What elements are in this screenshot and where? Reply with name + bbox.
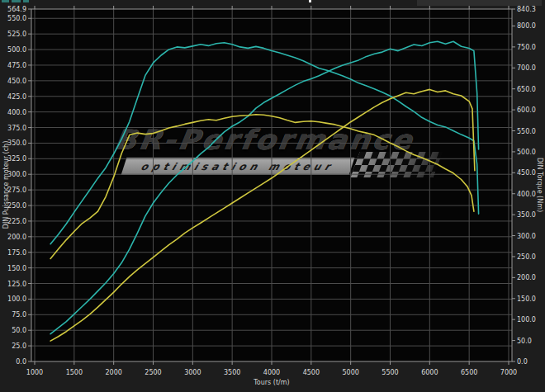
svg-text:7000: 7000 xyxy=(500,369,517,376)
svg-text:425.0: 425.0 xyxy=(7,93,26,101)
svg-text:100.0: 100.0 xyxy=(7,295,26,303)
svg-text:6500: 6500 xyxy=(461,369,477,376)
svg-text:1000: 1000 xyxy=(26,369,43,376)
svg-text:325.0: 325.0 xyxy=(7,155,26,163)
svg-text:125.0: 125.0 xyxy=(7,281,26,288)
svg-text:500.0: 500.0 xyxy=(7,46,26,54)
svg-text:0.0: 0.0 xyxy=(16,358,26,366)
svg-text:250.0: 250.0 xyxy=(7,202,26,210)
svg-text:3500: 3500 xyxy=(224,369,240,376)
y-left-axis-title: DIN Puissance moteur (ch) xyxy=(2,141,10,229)
svg-text:50.0: 50.0 xyxy=(12,327,26,334)
svg-text:100.0: 100.0 xyxy=(517,316,536,324)
svg-text:5000: 5000 xyxy=(342,369,358,376)
grid-lines xyxy=(31,9,512,361)
svg-text:550.0: 550.0 xyxy=(517,128,536,135)
svg-text:6000: 6000 xyxy=(421,369,438,376)
dyno-chart-window: BR-Performance optimisation moteur 10001… xyxy=(0,0,545,392)
svg-text:4500: 4500 xyxy=(303,369,320,376)
svg-text:800.0: 800.0 xyxy=(517,22,536,30)
svg-text:150.0: 150.0 xyxy=(7,265,26,272)
svg-text:200.0: 200.0 xyxy=(7,234,26,241)
svg-text:650.0: 650.0 xyxy=(517,86,536,93)
svg-text:600.0: 600.0 xyxy=(517,106,536,114)
svg-text:450.0: 450.0 xyxy=(517,169,536,177)
svg-text:1500: 1500 xyxy=(66,369,83,376)
svg-text:0.0: 0.0 xyxy=(517,358,528,366)
svg-text:175.0: 175.0 xyxy=(7,249,26,257)
svg-text:700.0: 700.0 xyxy=(517,64,536,72)
svg-text:150.0: 150.0 xyxy=(517,295,536,303)
svg-text:375.0: 375.0 xyxy=(7,125,26,132)
svg-text:25.0: 25.0 xyxy=(12,342,26,350)
svg-text:840.3: 840.3 xyxy=(517,6,536,13)
svg-text:300.0: 300.0 xyxy=(7,171,26,178)
svg-text:564.9: 564.9 xyxy=(7,6,26,13)
svg-text:550.0: 550.0 xyxy=(7,15,26,22)
svg-text:350.0: 350.0 xyxy=(517,211,536,219)
curve-power-tuned xyxy=(50,41,479,334)
svg-text:2500: 2500 xyxy=(145,369,161,376)
svg-text:400.0: 400.0 xyxy=(7,109,26,116)
svg-text:400.0: 400.0 xyxy=(517,191,536,198)
svg-text:225.0: 225.0 xyxy=(7,218,26,225)
dyno-chart: 1000150020002500300035004000450050005500… xyxy=(0,0,545,392)
svg-text:500.0: 500.0 xyxy=(517,149,536,156)
svg-text:750.0: 750.0 xyxy=(517,44,536,51)
svg-text:200.0: 200.0 xyxy=(517,274,536,281)
svg-text:250.0: 250.0 xyxy=(517,253,536,261)
x-axis-title: Tours (t/m) xyxy=(253,379,289,386)
svg-text:275.0: 275.0 xyxy=(7,187,26,194)
svg-text:5500: 5500 xyxy=(382,369,398,376)
svg-text:475.0: 475.0 xyxy=(7,62,26,69)
svg-text:450.0: 450.0 xyxy=(7,78,26,85)
svg-text:2000: 2000 xyxy=(105,369,121,376)
svg-text:4000: 4000 xyxy=(263,369,280,376)
svg-text:75.0: 75.0 xyxy=(12,311,26,319)
svg-text:3000: 3000 xyxy=(184,369,201,376)
svg-text:350.0: 350.0 xyxy=(7,139,26,147)
svg-text:50.0: 50.0 xyxy=(517,338,532,345)
svg-text:525.0: 525.0 xyxy=(7,31,26,38)
y-right-axis-title: DIN Torque (Nm) xyxy=(536,158,543,212)
svg-text:300.0: 300.0 xyxy=(517,233,536,240)
